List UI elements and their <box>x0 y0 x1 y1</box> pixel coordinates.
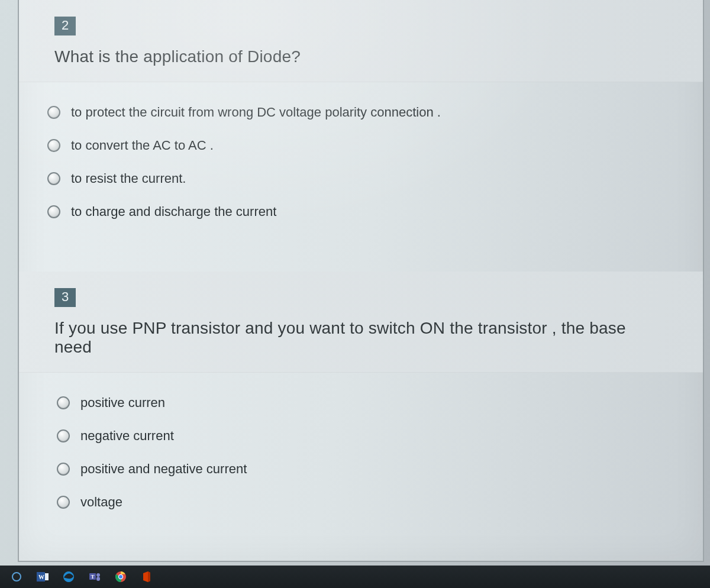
option-row[interactable]: voltage <box>47 487 679 521</box>
question-header: 3 If you use PNP transistor and you want… <box>19 272 703 373</box>
option-label: to convert the AC to AC . <box>71 138 214 153</box>
option-label: negative current <box>80 428 174 444</box>
taskbar: W T <box>0 566 710 588</box>
svg-point-10 <box>119 575 122 579</box>
option-row[interactable]: to convert the AC to AC . <box>47 131 679 164</box>
svg-rect-2 <box>45 573 49 580</box>
option-row[interactable]: negative current <box>47 421 679 454</box>
option-label: positive curren <box>80 395 165 411</box>
option-row[interactable]: to protect the circuit from wrong DC vol… <box>47 98 679 131</box>
option-label: to resist the current. <box>71 171 186 186</box>
question-2-options: to protect the circuit from wrong DC vol… <box>19 82 703 236</box>
question-number-badge: 3 <box>54 288 76 307</box>
radio-icon[interactable] <box>47 205 60 218</box>
radio-icon[interactable] <box>57 496 70 509</box>
radio-icon[interactable] <box>47 139 60 152</box>
question-header: 2 What is the application of Diode? <box>19 0 703 82</box>
chrome-icon[interactable] <box>108 566 134 588</box>
edge-icon[interactable] <box>56 566 82 588</box>
question-text: What is the application of Diode? <box>54 47 667 66</box>
svg-point-0 <box>12 573 21 581</box>
taskbar-cortana-icon[interactable] <box>4 566 30 588</box>
question-block-3: 3 If you use PNP transistor and you want… <box>19 272 703 526</box>
question-block-2: 2 What is the application of Diode? to p… <box>19 0 703 236</box>
svg-text:T: T <box>91 574 95 580</box>
svg-point-5 <box>96 573 100 577</box>
question-text: If you use PNP transistor and you want t… <box>54 319 667 357</box>
radio-icon[interactable] <box>47 106 60 119</box>
option-label: voltage <box>80 495 122 510</box>
office-icon[interactable] <box>134 566 160 588</box>
radio-icon[interactable] <box>57 429 70 442</box>
option-row[interactable]: positive curren <box>47 388 679 421</box>
teams-icon[interactable]: T <box>82 566 108 588</box>
radio-icon[interactable] <box>47 172 60 185</box>
word-icon[interactable]: W <box>30 566 56 588</box>
option-row[interactable]: positive and negative current <box>47 454 679 487</box>
quiz-screen: 2 What is the application of Diode? to p… <box>18 0 704 562</box>
radio-icon[interactable] <box>57 463 70 476</box>
radio-icon[interactable] <box>57 396 70 409</box>
svg-text:W: W <box>38 574 44 580</box>
option-label: to charge and discharge the current <box>71 204 276 219</box>
question-number-badge: 2 <box>54 17 76 35</box>
option-row[interactable]: to resist the current. <box>47 164 679 197</box>
option-label: positive and negative current <box>80 461 247 477</box>
question-3-options: positive curren negative current positiv… <box>19 373 703 526</box>
option-label: to protect the circuit from wrong DC vol… <box>71 105 441 120</box>
svg-rect-6 <box>96 577 100 581</box>
option-row[interactable]: to charge and discharge the current <box>47 197 679 230</box>
